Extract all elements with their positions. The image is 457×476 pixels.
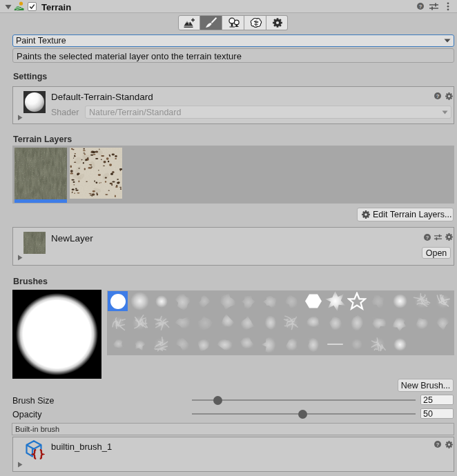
svg-text:?: ? xyxy=(436,93,440,99)
svg-text:?: ? xyxy=(426,235,429,241)
svg-text:?: ? xyxy=(436,442,440,448)
svg-text:?: ? xyxy=(419,3,422,10)
